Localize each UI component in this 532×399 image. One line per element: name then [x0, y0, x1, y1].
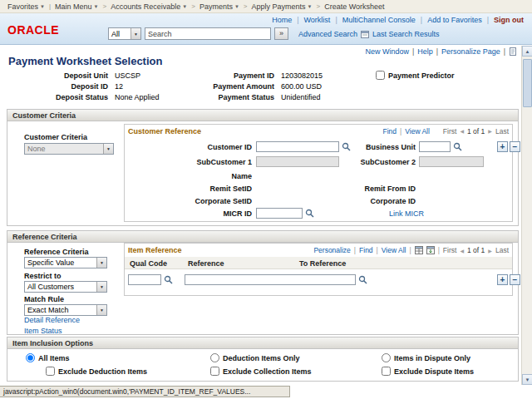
qual-code-lookup-icon[interactable] [164, 275, 173, 284]
search-scope-value: All [109, 30, 131, 38]
breadcrumb-favorites[interactable]: Favorites▼ [5, 2, 47, 11]
breadcrumb-label: Accounts Receivable [111, 2, 180, 11]
reference-criteria-section-title: Reference Criteria [7, 231, 518, 243]
payment-predictor-checkbox[interactable] [376, 71, 385, 80]
download-grid-icon[interactable] [426, 246, 435, 254]
exclude-collection-items-label: Exclude Collection Items [223, 367, 312, 376]
item-reference-column-headers: Qual Code Reference To Reference [125, 257, 512, 269]
exclude-dispute-items-checkbox[interactable] [382, 367, 391, 376]
match-rule-select[interactable]: Exact Match ▼ [24, 304, 107, 316]
breadcrumb-apply-payments[interactable]: Apply Payments▼ [249, 2, 315, 11]
personalize-link[interactable]: Personalize [313, 246, 350, 254]
link-separator: | [377, 246, 378, 254]
add-row-button[interactable]: + [497, 141, 508, 152]
remit-setid-label: Remit SetID [125, 185, 252, 193]
exclude-collection-items-checkbox[interactable] [210, 367, 219, 376]
worklist-link[interactable]: Worklist [304, 16, 331, 24]
breadcrumb-label: Payments [200, 2, 233, 11]
advanced-search-link[interactable]: Advanced Search [298, 30, 357, 38]
deposit-status-label: Deposit Status [25, 93, 108, 101]
reference-criteria-select[interactable]: Specific Value ▼ [24, 257, 107, 268]
subcustomer2-label: SubCustomer 2 [332, 158, 416, 166]
multichannel-console-link[interactable]: MultiChannel Console [342, 16, 416, 24]
last-label: Last [495, 246, 509, 254]
sign-out-link[interactable]: Sign out [494, 16, 524, 24]
reference-criteria-section: Reference Criteria Reference Criteria Sp… [7, 230, 519, 335]
link-micr-link[interactable]: Link MICR [389, 209, 424, 218]
items-in-dispute-only-radio[interactable] [382, 353, 391, 362]
search-input[interactable] [145, 27, 271, 40]
browser-status-bar: javascript:pAction_win0(document.win0,'P… [0, 386, 290, 397]
breadcrumb-main-menu[interactable]: Main Menu▼ [52, 2, 101, 11]
vertical-scrollbar[interactable]: ▲ ▼ [521, 46, 532, 385]
http-page-icon[interactable] [509, 47, 517, 56]
customer-reference-group: Customer Reference Find | View All First… [124, 124, 513, 222]
link-separator: | [436, 47, 438, 56]
business-unit-input[interactable] [419, 141, 451, 152]
item-reference-title: Item Reference [128, 246, 182, 254]
scroll-up-icon[interactable]: ▲ [522, 46, 532, 57]
detail-reference-link[interactable]: Detail Reference [24, 316, 80, 324]
restrict-to-select[interactable]: All Customers ▼ [24, 281, 107, 293]
micr-id-lookup-icon[interactable] [305, 209, 314, 218]
delete-row-button[interactable]: − [510, 274, 520, 285]
customer-id-input[interactable] [256, 141, 339, 152]
find-link[interactable]: Find [359, 246, 373, 254]
breadcrumb-payments[interactable]: Payments▼ [197, 2, 242, 11]
breadcrumb: Favorites▼ | Main Menu▼ > Accounts Recei… [0, 0, 532, 13]
payment-amount-label: Payment Amount [187, 82, 274, 91]
micr-id-input[interactable] [256, 208, 303, 219]
dropdown-arrow-icon: ▼ [96, 305, 106, 315]
delete-row-button[interactable]: − [510, 141, 520, 152]
breadcrumb-create-worksheet: Create Worksheet [322, 2, 387, 11]
home-link[interactable]: Home [272, 16, 292, 24]
payment-id-value: 1203082015 [281, 71, 323, 80]
add-to-favorites-link[interactable]: Add to Favorites [427, 16, 482, 24]
previous-row-icon: ◀ [460, 248, 464, 254]
all-items-radio[interactable] [26, 353, 35, 362]
breadcrumb-label: Favorites [7, 2, 38, 11]
breadcrumb-separator: > [101, 2, 109, 10]
scroll-down-icon[interactable]: ▼ [522, 374, 532, 385]
exclude-deduction-items-label: Exclude Deduction Items [58, 367, 147, 376]
link-separator: | [354, 246, 356, 254]
remit-from-id-label: Remit From ID [332, 185, 416, 193]
new-window-link[interactable]: New Window [365, 47, 409, 56]
item-reference-group: Item Reference Personalize | Find | View… [124, 243, 513, 296]
customer-criteria-select: None ▼ [24, 143, 114, 155]
search-button[interactable]: » [274, 27, 288, 40]
grid-view-icon[interactable] [415, 246, 423, 254]
last-search-results-link[interactable]: Last Search Results [372, 30, 440, 38]
qual-code-input[interactable] [128, 274, 161, 285]
add-row-button[interactable]: + [497, 274, 508, 285]
chevron-down-icon: ▼ [40, 4, 45, 9]
header-nav-links: Home | Worklist | MultiChannel Console |… [272, 16, 524, 24]
subcustomer1-input [256, 156, 339, 167]
customer-id-label: Customer ID [125, 143, 252, 151]
item-status-link[interactable]: Item Status [24, 327, 62, 335]
application-window: Favorites▼ | Main Menu▼ > Accounts Recei… [0, 0, 532, 399]
dropdown-arrow-icon: ▼ [96, 282, 106, 292]
items-in-dispute-only-label: Items in Dispute Only [394, 354, 470, 362]
search-scope-select[interactable]: All ▼ [108, 27, 141, 40]
find-link[interactable]: Find [382, 127, 397, 135]
link-separator: | [487, 16, 489, 24]
deduction-items-only-radio[interactable] [210, 353, 219, 362]
micr-id-label: MICR ID [125, 209, 252, 218]
exclude-deduction-items-checkbox[interactable] [46, 367, 55, 376]
deposit-unit-label: Deposit Unit [25, 71, 108, 80]
item-reference-nav: Personalize | Find | View All | | First … [313, 246, 509, 254]
breadcrumb-accounts-receivable[interactable]: Accounts Receivable▼ [108, 2, 190, 11]
last-search-results-icon [361, 30, 369, 38]
view-all-link[interactable]: View All [405, 127, 430, 135]
first-label: First [443, 127, 457, 135]
view-all-link[interactable]: View All [382, 246, 406, 254]
scrollbar-thumb[interactable] [523, 59, 532, 107]
help-link[interactable]: Help [417, 47, 433, 56]
business-unit-lookup-icon[interactable] [453, 142, 462, 151]
reference-input[interactable] [185, 274, 356, 285]
link-separator: | [400, 127, 401, 135]
personalize-page-link[interactable]: Personalize Page [441, 47, 500, 56]
page-toolbar: New Window | Help | Personalize Page | [365, 47, 517, 56]
reference-lookup-icon[interactable] [358, 275, 367, 284]
